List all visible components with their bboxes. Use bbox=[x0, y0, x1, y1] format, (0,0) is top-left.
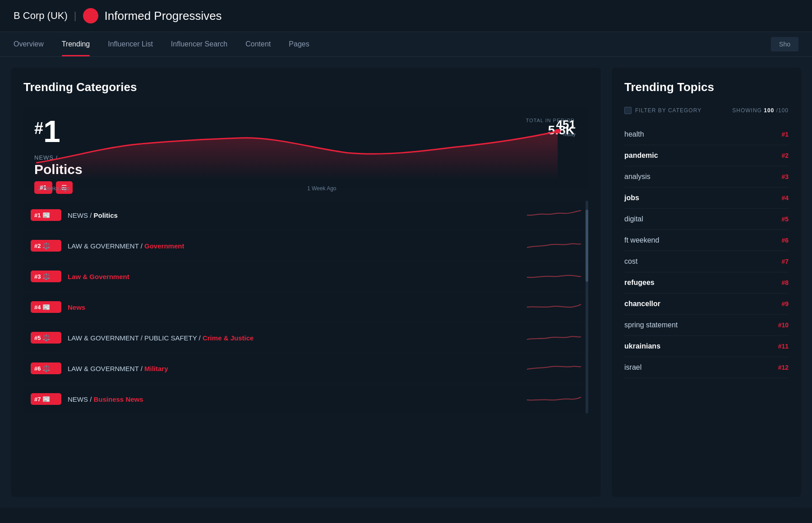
item-spark-3 bbox=[527, 268, 581, 284]
news-icon-7: 📰 bbox=[42, 395, 50, 403]
topic-name: jobs bbox=[624, 194, 639, 202]
header-divider: | bbox=[74, 10, 77, 22]
scrollbar[interactable] bbox=[586, 201, 588, 413]
topic-rank: #5 bbox=[781, 216, 789, 223]
topic-name: health bbox=[624, 130, 644, 138]
trending-categories-panel: Trending Categories #1 TOTAL IN PERIOD 5… bbox=[11, 68, 601, 497]
topic-rank: #9 bbox=[781, 300, 789, 307]
topic-item[interactable]: ukrainians #11 bbox=[624, 336, 789, 357]
news-icon-1: 📰 bbox=[42, 211, 50, 219]
topic-name: chancellor bbox=[624, 300, 660, 308]
topic-item[interactable]: refugees #8 bbox=[624, 272, 789, 294]
law-icon-3: ⚖️ bbox=[42, 273, 50, 280]
trending-categories-title: Trending Categories bbox=[23, 80, 588, 94]
topic-name: digital bbox=[624, 215, 643, 223]
item-spark-7 bbox=[527, 391, 581, 407]
topic-name: analysis bbox=[624, 173, 651, 181]
sparkline-svg bbox=[36, 122, 576, 181]
today-number: 451 bbox=[556, 118, 576, 132]
nav-trending[interactable]: Trending bbox=[62, 32, 90, 56]
topic-rank: #2 bbox=[781, 152, 789, 159]
topic-name: pandemic bbox=[624, 151, 658, 160]
topic-item[interactable]: health #1 bbox=[624, 124, 789, 145]
filter-by-category[interactable]: FILTER BY CATEGORY bbox=[624, 107, 701, 114]
filter-label: FILTER BY CATEGORY bbox=[635, 107, 701, 114]
topic-item[interactable]: analysis #3 bbox=[624, 166, 789, 188]
item-spark-4 bbox=[527, 299, 581, 315]
axis-mid: 1 Week Ago bbox=[307, 185, 337, 192]
nav-overview[interactable]: Overview bbox=[14, 32, 44, 56]
brand-logo-dot bbox=[83, 8, 98, 23]
item-label-1: NEWS / Politics bbox=[68, 211, 527, 219]
law-icon-5: ⚖️ bbox=[42, 334, 50, 341]
topic-name: israel bbox=[624, 363, 641, 372]
main-sparkline: 451 Today bbox=[36, 122, 576, 181]
item-label-4: News bbox=[68, 303, 527, 311]
trending-topics-title: Trending Topics bbox=[624, 80, 789, 94]
item-badge-5: #5 ⚖️ bbox=[31, 332, 61, 344]
item-spark-5 bbox=[527, 330, 581, 346]
topic-rank: #11 bbox=[778, 343, 789, 350]
topic-name: cost bbox=[624, 257, 637, 266]
list-item[interactable]: #6 ⚖️ LAW & GOVERNMENT / Military bbox=[23, 354, 588, 383]
trending-topics-panel: Trending Topics FILTER BY CATEGORY SHOWI… bbox=[612, 68, 801, 497]
list-item[interactable]: #4 📰 News bbox=[23, 293, 588, 321]
brand: B Corp (UK) | Informed Progressives bbox=[14, 8, 222, 23]
topic-rank: #4 bbox=[781, 194, 789, 202]
nav-influencer-search[interactable]: Influencer Search bbox=[171, 32, 227, 56]
topic-name: ft weekend bbox=[624, 236, 659, 244]
topic-rank: #8 bbox=[781, 279, 789, 286]
topic-item[interactable]: ft weekend #6 bbox=[624, 230, 789, 251]
brand-name: B Corp (UK) bbox=[14, 10, 68, 22]
topic-item[interactable]: spring statement #10 bbox=[624, 315, 789, 336]
topic-item[interactable]: pandemic #2 bbox=[624, 145, 789, 166]
topic-rank: #10 bbox=[778, 321, 789, 329]
item-label-7: NEWS / Business News bbox=[68, 395, 527, 403]
law-icon-6: ⚖️ bbox=[42, 365, 50, 372]
showing-label: SHOWING 100 /100 bbox=[732, 107, 789, 114]
category-checkbox[interactable] bbox=[624, 107, 632, 114]
today-stats: 451 Today bbox=[556, 118, 576, 137]
topic-rank: #7 bbox=[781, 258, 789, 265]
item-spark-1 bbox=[527, 207, 581, 223]
list-item[interactable]: #7 📰 NEWS / Business News bbox=[23, 385, 588, 413]
list-item[interactable]: #1 📰 NEWS / Politics bbox=[23, 201, 588, 229]
main-nav: Overview Trending Influencer List Influe… bbox=[0, 32, 812, 57]
topic-rank: #3 bbox=[781, 173, 789, 180]
topic-item[interactable]: jobs #4 bbox=[624, 188, 789, 209]
list-item[interactable]: #3 ⚖️ Law & Government bbox=[23, 262, 588, 291]
main-content: Trending Categories #1 TOTAL IN PERIOD 5… bbox=[0, 57, 812, 508]
item-badge-7: #7 📰 bbox=[31, 393, 61, 405]
header: B Corp (UK) | Informed Progressives bbox=[0, 0, 812, 32]
nav-content[interactable]: Content bbox=[245, 32, 271, 56]
topic-rank: #1 bbox=[781, 131, 789, 138]
item-label-2: LAW & GOVERNMENT / Government bbox=[68, 242, 527, 250]
topic-rank: #6 bbox=[781, 237, 789, 244]
item-spark-2 bbox=[527, 238, 581, 254]
topics-header: FILTER BY CATEGORY SHOWING 100 /100 bbox=[624, 107, 789, 114]
item-label-6: LAW & GOVERNMENT / Military bbox=[68, 365, 527, 372]
nav-influencer-list[interactable]: Influencer List bbox=[108, 32, 153, 56]
item-badge-3: #3 ⚖️ bbox=[31, 271, 61, 282]
topic-item[interactable]: israel #12 bbox=[624, 357, 789, 378]
topic-name: spring statement bbox=[624, 321, 678, 329]
item-badge-1: #1 📰 bbox=[31, 209, 61, 221]
list-item[interactable]: #2 ⚖️ LAW & GOVERNMENT / Government bbox=[23, 231, 588, 260]
item-label-5: LAW & GOVERNMENT / PUBLIC SAFETY / Crime… bbox=[68, 334, 527, 342]
item-badge-2: #2 ⚖️ bbox=[31, 240, 61, 252]
app-title: Informed Progressives bbox=[105, 9, 222, 23]
featured-chart: #1 TOTAL IN PERIOD 5.8K NEWS / Politics … bbox=[23, 107, 588, 188]
chart-axis: 2 Weeks Ago 1 Week Ago bbox=[36, 185, 576, 192]
topic-name: refugees bbox=[624, 279, 655, 287]
list-item[interactable]: #5 ⚖️ LAW & GOVERNMENT / PUBLIC SAFETY /… bbox=[23, 323, 588, 352]
law-icon-2: ⚖️ bbox=[42, 242, 50, 249]
category-list: #1 📰 NEWS / Politics #2 ⚖️ LAW & GOVERNM… bbox=[23, 201, 588, 413]
nav-pages[interactable]: Pages bbox=[289, 32, 309, 56]
show-button[interactable]: Sho bbox=[771, 37, 798, 51]
topics-list: health #1 pandemic #2 analysis #3 jobs #… bbox=[624, 124, 789, 378]
topic-item[interactable]: digital #5 bbox=[624, 209, 789, 230]
scroll-thumb bbox=[586, 210, 588, 282]
topic-item[interactable]: chancellor #9 bbox=[624, 294, 789, 315]
item-spark-6 bbox=[527, 360, 581, 376]
topic-item[interactable]: cost #7 bbox=[624, 251, 789, 272]
